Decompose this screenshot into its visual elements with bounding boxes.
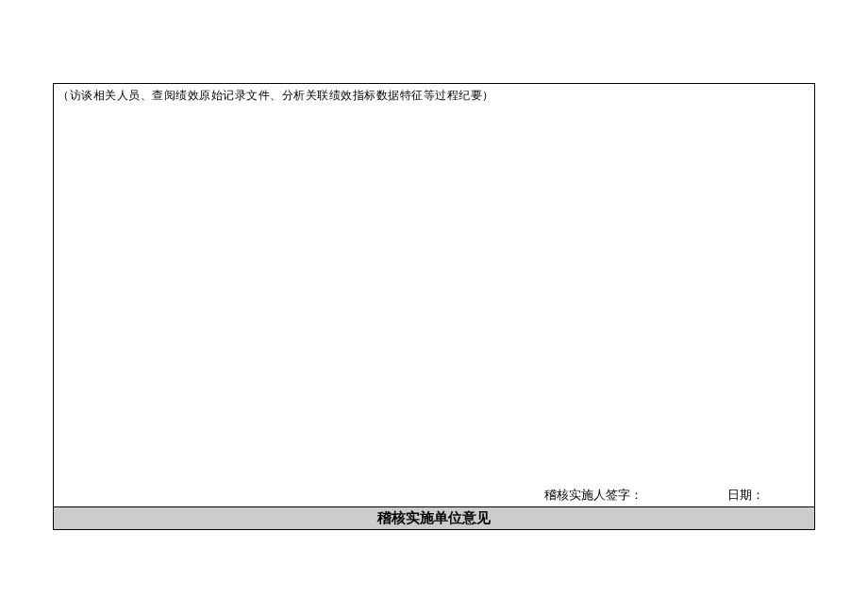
section-header-row: 稽核实施单位意见 — [54, 507, 815, 530]
form-table: （访谈相关人员、查阅绩效原始记录文件、分析关联绩效指标数据特征等过程纪要） 稽核… — [53, 83, 815, 530]
auditor-signature-label: 稽核实施人签字： — [544, 487, 643, 504]
audit-unit-opinion-header: 稽核实施单位意见 — [54, 507, 815, 530]
process-note-text: （访谈相关人员、查阅绩效原始记录文件、分析关联绩效指标数据特征等过程纪要） — [58, 88, 494, 104]
content-row: （访谈相关人员、查阅绩效原始记录文件、分析关联绩效指标数据特征等过程纪要） 稽核… — [54, 84, 815, 507]
date-label: 日期： — [727, 487, 764, 504]
content-cell: （访谈相关人员、查阅绩效原始记录文件、分析关联绩效指标数据特征等过程纪要） 稽核… — [54, 84, 815, 507]
page-container: （访谈相关人员、查阅绩效原始记录文件、分析关联绩效指标数据特征等过程纪要） 稽核… — [0, 0, 868, 614]
